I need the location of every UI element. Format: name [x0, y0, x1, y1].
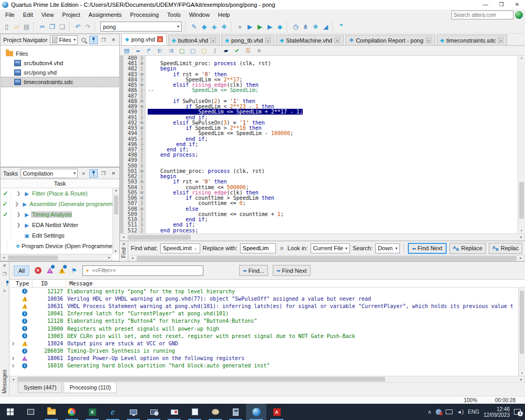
- message-row[interactable]: i286030Timing-Driven Synthesis is runnin…: [9, 347, 518, 355]
- find-what-combo[interactable]: SpeedLimit ⌄: [160, 243, 200, 253]
- replace-input[interactable]: [243, 245, 274, 251]
- scrollbar-thumb[interactable]: [17, 377, 385, 382]
- search-globe-icon[interactable]: [515, 11, 523, 19]
- fold-marker[interactable]: ⊟: [139, 179, 146, 185]
- minimize-button[interactable]: —: [478, 1, 493, 9]
- message-row[interactable]: ❯18061Ignored Power-Up Level option on t…: [9, 355, 518, 362]
- filter-critical-warnings-button[interactable]: [46, 267, 54, 274]
- messages-float-icon[interactable]: ❐: [1, 272, 8, 279]
- replace-with-field[interactable]: [240, 243, 276, 253]
- menu-assignments[interactable]: Assignments: [85, 10, 126, 19]
- bookmark-next-icon[interactable]: ▢: [189, 46, 197, 55]
- save-icon[interactable]: ▤: [22, 22, 32, 32]
- breakpoint-margin[interactable]: [120, 88, 123, 93]
- tab-close-icon[interactable]: ✕: [265, 37, 271, 43]
- device-manager-icon[interactable]: [143, 404, 164, 420]
- breakpoint-margin[interactable]: [120, 185, 123, 190]
- breakpoint-margin[interactable]: [120, 126, 123, 131]
- breakpoint-margin[interactable]: [120, 115, 123, 120]
- message-row[interactable]: ❯13024Output pins are stuck at VCC or GN…: [9, 340, 518, 347]
- message-row[interactable]: i13000Registers with preset signals will…: [9, 325, 518, 332]
- task-row[interactable]: ▣Edit Settings: [1, 230, 112, 241]
- project-select-combo[interactable]: pong▾: [100, 22, 182, 32]
- breakpoint-margin[interactable]: [120, 142, 123, 147]
- tab-close-icon[interactable]: ✕: [426, 37, 431, 43]
- breakpoint-margin[interactable]: [120, 228, 123, 233]
- programmer-icon[interactable]: ❖: [311, 22, 321, 32]
- line-count-icon[interactable]: 267268: [244, 46, 252, 55]
- breakpoint-margin[interactable]: [120, 99, 123, 104]
- file-explorer-icon[interactable]: [41, 404, 61, 420]
- messages-vertical-scrollbar[interactable]: ▾: [518, 288, 525, 376]
- menu-window[interactable]: Window: [185, 10, 214, 19]
- breakpoint-margin[interactable]: [120, 174, 123, 179]
- analysis-synthesis-icon[interactable]: ▶: [255, 22, 265, 32]
- navigator-float-icon[interactable]: ❐: [99, 36, 108, 44]
- find-side-tab[interactable]: ✕ Find: [120, 241, 128, 261]
- messages-pin-icon[interactable]: [1, 280, 8, 287]
- breakpoint-margin[interactable]: [120, 207, 123, 212]
- new-file-icon[interactable]: ▯: [2, 22, 12, 32]
- breakpoint-margin[interactable]: [120, 158, 123, 163]
- expander-icon[interactable]: ❯: [9, 356, 17, 361]
- bookmark-prev-icon[interactable]: ▢: [200, 46, 208, 55]
- undo-icon[interactable]: ↶: [73, 22, 83, 32]
- editor-tab[interactable]: ◆timeconstraints.sdc✕: [437, 35, 508, 45]
- restore-button[interactable]: ❐: [493, 1, 509, 9]
- messages-tab-processing[interactable]: Processing (110): [64, 383, 117, 393]
- network-icon[interactable]: [446, 409, 452, 414]
- breakpoint-margin[interactable]: [120, 120, 123, 126]
- replace-all-button[interactable]: AB Replac: [489, 243, 522, 254]
- breakpoint-margin[interactable]: [120, 61, 123, 66]
- notepad-icon[interactable]: [184, 404, 205, 420]
- fold-marker[interactable]: ⊟: [139, 99, 146, 104]
- bookmark-toggle-icon[interactable]: ▢: [178, 46, 186, 55]
- find-horizontal-scrollbar[interactable]: ◂▸: [129, 255, 524, 261]
- file-options-icon[interactable]: ▤: [122, 46, 131, 55]
- editor-tab[interactable]: ◆StateMachine.vhd✕: [276, 35, 344, 45]
- navigator-view-select[interactable]: Files ▾: [50, 35, 78, 45]
- settings-icon[interactable]: ◈: [209, 22, 219, 32]
- menu-file[interactable]: File: [1, 10, 19, 19]
- file-tree-item[interactable]: SDCtimeconstraints.sdc: [2, 77, 118, 87]
- display-settings-icon[interactable]: [164, 404, 184, 420]
- code-line[interactable]: 512│ end process;: [120, 228, 518, 233]
- assignment-editor-icon[interactable]: ❖: [219, 22, 229, 32]
- breakpoint-margin[interactable]: [120, 131, 123, 136]
- scrollbar-thumb[interactable]: [137, 256, 517, 261]
- editor-vertical-scrollbar[interactable]: ▴▾: [518, 56, 525, 233]
- filter-flag-button[interactable]: ⚑: [70, 267, 78, 274]
- tree-root-files[interactable]: Files: [2, 49, 118, 58]
- replace-button[interactable]: AB Replace: [449, 243, 486, 254]
- start-compilation-icon[interactable]: ▶: [245, 22, 255, 32]
- task-row[interactable]: ❯▶EDA Netlist Writer: [1, 220, 112, 230]
- message-row[interactable]: ❯i16010Generating hard_block partition "…: [9, 362, 518, 370]
- scrollbar-thumb[interactable]: [519, 182, 524, 219]
- internet-explorer-icon[interactable]: [102, 404, 123, 420]
- message-filter-box[interactable]: ▼: [83, 265, 203, 276]
- breakpoint-margin[interactable]: [120, 212, 123, 217]
- breakpoint-margin[interactable]: [120, 222, 123, 228]
- expander-icon[interactable]: ❯: [9, 341, 17, 346]
- breakpoint-margin[interactable]: [120, 109, 123, 115]
- tab-close-icon[interactable]: ✕: [157, 36, 163, 42]
- breakpoint-margin[interactable]: [120, 152, 123, 158]
- search-dir-combo[interactable]: Down ▾: [375, 243, 400, 253]
- messages-find-next-button[interactable]: ●● Find Next: [273, 265, 311, 276]
- tasks-vertical-scrollbar[interactable]: ▴▾: [112, 188, 119, 254]
- expander-icon[interactable]: ❯: [11, 222, 23, 228]
- cut-icon[interactable]: ✂: [37, 22, 47, 32]
- task-view-button[interactable]: [20, 404, 41, 420]
- breakpoint-margin[interactable]: [120, 147, 123, 152]
- pin-planner-icon[interactable]: ✎: [189, 22, 199, 32]
- altera-search[interactable]: [451, 11, 513, 19]
- menu-view[interactable]: View: [37, 10, 58, 19]
- breakpoint-margin[interactable]: [120, 66, 123, 71]
- code-editor[interactable]: 480├481⊟ SpeedLimit_proc: process (clk, …: [120, 56, 525, 233]
- tasks-menu-icon[interactable]: ≡: [79, 169, 88, 178]
- task-row[interactable]: ✓❯▶Assembler (Generate programm: [1, 199, 112, 209]
- tray-expand-icon[interactable]: ∧: [428, 409, 431, 415]
- calculator-icon[interactable]: [225, 404, 246, 420]
- filter-errors-button[interactable]: ✕: [34, 267, 42, 274]
- filter-input[interactable]: [92, 268, 201, 273]
